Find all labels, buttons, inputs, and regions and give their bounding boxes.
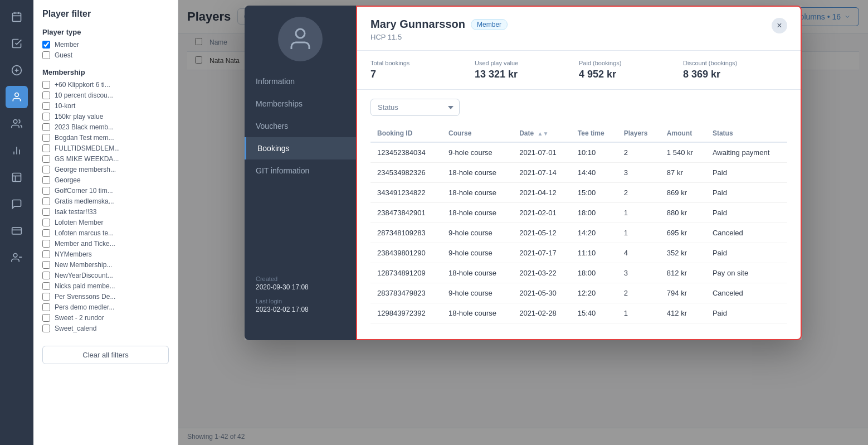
membership-checkbox[interactable]: [42, 303, 50, 311]
membership-checkbox[interactable]: [42, 176, 50, 184]
membership-checkbox[interactable]: [42, 240, 50, 248]
nav-players[interactable]: [6, 86, 28, 108]
membership-checkbox[interactable]: [42, 261, 50, 269]
table-row[interactable]: 128734891209 18-hole course 2021-03-22 1…: [370, 263, 787, 283]
cell-booking-id: 234534982326: [370, 163, 442, 183]
nav-admin[interactable]: [6, 246, 28, 269]
th-date[interactable]: Date ▲▼: [513, 125, 571, 142]
table-row[interactable]: 234534982326 18-hole course 2021-07-14 1…: [370, 163, 787, 183]
cell-date: 2021-02-01: [513, 203, 571, 223]
membership-item[interactable]: Member and Ticke...: [42, 240, 169, 248]
table-row[interactable]: 238473842901 18-hole course 2021-02-01 1…: [370, 203, 787, 223]
cell-course: 9-hole course: [442, 223, 513, 243]
nav-information[interactable]: Information: [245, 70, 356, 93]
nav-memberships[interactable]: Memberships: [245, 93, 356, 115]
table-row[interactable]: 287348109283 9-hole course 2021-05-12 14…: [370, 223, 787, 243]
membership-checkbox[interactable]: [42, 155, 50, 163]
filter-member[interactable]: Member: [42, 41, 169, 49]
nav-calendar[interactable]: [6, 6, 28, 28]
membership-item[interactable]: Gratis medlemska...: [42, 197, 169, 205]
modal-overlay[interactable]: Information Memberships Vouchers Booking…: [178, 0, 868, 445]
modal-body: Status Awaiting payment Paid Canceled Pa…: [357, 90, 801, 339]
membership-item[interactable]: Lofoten Member: [42, 219, 169, 226]
table-row[interactable]: 129843972392 18-hole course 2021-02-28 1…: [370, 303, 787, 323]
cell-booking-id: 343491234822: [370, 183, 442, 203]
table-row[interactable]: 283783479823 9-hole course 2021-05-30 12…: [370, 283, 787, 303]
membership-item[interactable]: Georgee: [42, 176, 169, 184]
nav-messages[interactable]: [6, 193, 28, 215]
nav-analytics[interactable]: [6, 139, 28, 162]
membership-checkbox[interactable]: [42, 229, 50, 237]
membership-checkbox[interactable]: [42, 91, 50, 99]
membership-checkbox[interactable]: [42, 81, 50, 89]
membership-item[interactable]: +60 Klippkort 6 ti...: [42, 81, 169, 89]
membership-checkbox[interactable]: [42, 219, 50, 226]
nav-bookings[interactable]: Bookings: [245, 137, 356, 159]
cell-booking-id: 238439801290: [370, 243, 442, 263]
membership-item[interactable]: NYMembers: [42, 250, 169, 258]
membership-checkbox[interactable]: [42, 123, 50, 131]
cell-date: 2021-07-14: [513, 163, 571, 183]
membership-checkbox[interactable]: [42, 282, 50, 290]
membership-item[interactable]: Isak testar!!33: [42, 208, 169, 216]
membership-item[interactable]: GolfCorner 10 tim...: [42, 187, 169, 195]
cell-date: 2021-05-12: [513, 223, 571, 243]
table-row[interactable]: 238439801290 9-hole course 2021-07-17 11…: [370, 243, 787, 263]
membership-item[interactable]: Sweet - 2 rundor: [42, 314, 169, 322]
membership-checkbox[interactable]: [42, 166, 50, 173]
nav-equipment[interactable]: [6, 59, 28, 81]
membership-label: 10-kort: [55, 102, 75, 110]
nav-checklist[interactable]: [6, 32, 28, 55]
membership-checkbox[interactable]: [42, 187, 50, 195]
nav-vouchers[interactable]: Vouchers: [245, 115, 356, 137]
status-select[interactable]: Status Awaiting payment Paid Canceled Pa…: [370, 99, 460, 116]
table-row[interactable]: 123452384034 9-hole course 2021-07-01 10…: [370, 142, 787, 163]
membership-item[interactable]: New Membership...: [42, 261, 169, 269]
membership-item[interactable]: FULLTIDSMEDLEM...: [42, 144, 169, 152]
filter-guest[interactable]: Guest: [42, 51, 169, 59]
nav-reports[interactable]: [6, 166, 28, 188]
membership-checkbox[interactable]: [42, 272, 50, 279]
membership-checkbox[interactable]: [42, 250, 50, 258]
last-login-value: 2023-02-02 17:08: [256, 306, 345, 313]
membership-item[interactable]: Nicks paid membe...: [42, 282, 169, 290]
nav-groups[interactable]: [6, 113, 28, 135]
membership-label: Lofoten Member: [55, 219, 103, 226]
cell-course: 18-hole course: [442, 163, 513, 183]
filter-guest-checkbox[interactable]: [42, 51, 50, 59]
close-modal-button[interactable]: ×: [772, 18, 787, 33]
stat-paid-label: Paid (bookings): [579, 60, 683, 66]
membership-checkbox[interactable]: [42, 197, 50, 205]
membership-checkbox[interactable]: [42, 314, 50, 322]
membership-item[interactable]: Sweet_calend: [42, 325, 169, 332]
membership-item[interactable]: 10-kort: [42, 102, 169, 110]
membership-item[interactable]: 2023 Black memb...: [42, 123, 169, 131]
table-row[interactable]: 343491234822 18-hole course 2021-04-12 1…: [370, 183, 787, 203]
membership-item[interactable]: Bogdan Test mem...: [42, 134, 169, 142]
membership-checkbox[interactable]: [42, 113, 50, 120]
clear-filters-button[interactable]: Clear all filters: [42, 346, 169, 364]
membership-checkbox[interactable]: [42, 102, 50, 110]
membership-item[interactable]: GS MIKE WEEKDA...: [42, 155, 169, 163]
membership-checkbox[interactable]: [42, 134, 50, 142]
filter-member-checkbox[interactable]: [42, 41, 50, 49]
membership-item[interactable]: NewYearDiscount...: [42, 272, 169, 279]
membership-item[interactable]: Pers demo medler...: [42, 303, 169, 311]
membership-item[interactable]: Lofoten marcus te...: [42, 229, 169, 237]
membership-section: Membership +60 Klippkort 6 ti...10 perce…: [42, 68, 169, 332]
membership-checkbox[interactable]: [42, 208, 50, 216]
th-status: Status: [706, 125, 787, 142]
membership-checkbox[interactable]: [42, 144, 50, 152]
membership-checkbox[interactable]: [42, 325, 50, 332]
cell-date: 2021-03-22: [513, 263, 571, 283]
filter-member-label: Member: [55, 41, 79, 49]
membership-item[interactable]: George membersh...: [42, 166, 169, 173]
nav-id[interactable]: [6, 220, 28, 242]
nav-git-information[interactable]: GIT information: [245, 159, 356, 182]
membership-item[interactable]: 10 percent discou...: [42, 91, 169, 99]
membership-checkbox[interactable]: [42, 293, 50, 301]
player-type-section: Player type Member Guest: [42, 28, 169, 59]
membership-item[interactable]: 150kr play value: [42, 113, 169, 120]
membership-item[interactable]: Per Svenssons De...: [42, 293, 169, 301]
stat-total-label: Total bookings: [370, 60, 475, 66]
